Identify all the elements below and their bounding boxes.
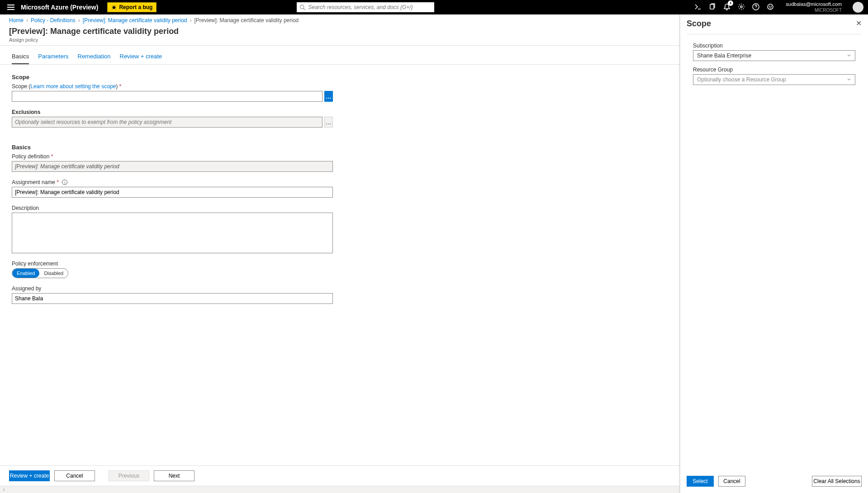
directories-icon[interactable] <box>709 3 716 12</box>
tab-review-create[interactable]: Review + create <box>120 50 162 64</box>
exclusions-input <box>12 117 323 128</box>
assigned-by-input[interactable] <box>12 293 333 304</box>
help-icon[interactable] <box>752 3 759 12</box>
page-subtitle: Assign policy <box>9 37 670 43</box>
search-input[interactable] <box>308 4 432 10</box>
notification-badge: 1 <box>728 0 733 6</box>
policy-definition-label: Policy definition * <box>12 153 668 160</box>
breadcrumb: Home› Policy - Definitions› [Preview]: M… <box>0 14 679 27</box>
brand-label: Microsoft Azure (Preview) <box>21 4 98 11</box>
page-header: [Preview]: Manage certificate validity p… <box>0 27 679 46</box>
feedback-icon[interactable] <box>767 3 774 12</box>
svg-point-5 <box>768 4 773 9</box>
info-icon[interactable]: i <box>62 180 67 185</box>
toggle-disabled[interactable]: Disabled <box>39 269 68 278</box>
scope-side-panel: Scope ✕ Subscription Shane Bala Enterpri… <box>680 14 868 493</box>
breadcrumb-link[interactable]: Policy - Definitions <box>31 17 76 24</box>
breadcrumb-current: [Preview]: Manage certificate validity p… <box>194 17 299 24</box>
side-panel-title: Scope <box>687 19 711 28</box>
global-search[interactable] <box>297 2 434 12</box>
scope-input[interactable] <box>12 91 323 102</box>
svg-rect-2 <box>710 5 714 9</box>
chevron-down-icon <box>847 77 851 82</box>
subscription-value: Shane Bala Enterprise <box>697 52 751 59</box>
tenant-label: MICROSOFT <box>786 8 842 13</box>
svg-point-0 <box>113 6 115 9</box>
exclusions-label: Exclusions <box>12 109 668 115</box>
svg-point-3 <box>740 6 742 8</box>
breadcrumb-link[interactable]: Home <box>9 17 24 24</box>
user-email: sudbalas@microsoft.com <box>786 1 842 7</box>
scope-help-link[interactable]: Learn more about setting the scope <box>30 83 116 90</box>
description-textarea[interactable] <box>12 213 333 253</box>
basics-section-title: Basics <box>12 144 668 151</box>
page-title: [Preview]: Manage certificate validity p… <box>9 27 670 36</box>
assignment-name-label: Assignment name * i <box>12 179 668 185</box>
resource-group-placeholder: Optionally choose a Resource Group <box>697 76 786 83</box>
form-area: Scope Scope (Learn more about setting th… <box>0 65 679 465</box>
svg-point-1 <box>300 5 304 9</box>
tab-parameters[interactable]: Parameters <box>38 50 68 64</box>
tab-remediation[interactable]: Remediation <box>78 50 111 64</box>
side-cancel-button[interactable]: Cancel <box>718 476 745 487</box>
avatar[interactable] <box>853 2 863 13</box>
svg-point-6 <box>769 6 770 6</box>
resource-group-select[interactable]: Optionally choose a Resource Group <box>693 74 855 85</box>
assigned-by-label: Assigned by <box>12 285 668 292</box>
notifications-icon[interactable]: 1 <box>723 3 730 12</box>
account-block[interactable]: sudbalas@microsoft.com MICROSOFT <box>786 1 842 13</box>
side-panel-footer: Select Cancel Clear All Selections <box>680 469 868 493</box>
chevron-down-icon <box>847 53 851 58</box>
chevron-left-icon[interactable] <box>2 488 6 492</box>
horizontal-scroll[interactable] <box>0 486 679 493</box>
description-label: Description <box>12 205 668 211</box>
assignment-name-input[interactable] <box>12 187 333 198</box>
subscription-select[interactable]: Shane Bala Enterprise <box>693 50 855 61</box>
cancel-button[interactable]: Cancel <box>54 470 95 481</box>
enforcement-toggle[interactable]: Enabled Disabled <box>12 268 68 278</box>
previous-button: Previous <box>109 470 149 481</box>
resource-group-label: Resource Group <box>693 66 855 73</box>
exclusions-picker-button: … <box>324 117 333 128</box>
enforcement-label: Policy enforcement <box>12 261 668 267</box>
toggle-enabled[interactable]: Enabled <box>12 269 39 278</box>
clear-selections-button[interactable]: Clear All Selections <box>812 476 862 487</box>
review-create-button[interactable]: Review + create <box>9 470 50 481</box>
tab-bar: Basics Parameters Remediation Review + c… <box>0 46 679 65</box>
bug-icon <box>111 5 117 10</box>
svg-point-7 <box>771 6 772 6</box>
scope-label: Scope (Learn more about setting the scop… <box>12 83 668 90</box>
cloud-shell-icon[interactable] <box>694 3 702 12</box>
next-button[interactable]: Next <box>154 470 194 481</box>
report-bug-button[interactable]: Report a bug <box>107 2 157 12</box>
policy-definition-input <box>12 161 333 172</box>
subscription-label: Subscription <box>693 43 855 49</box>
select-button[interactable]: Select <box>687 476 714 487</box>
breadcrumb-link[interactable]: [Preview]: Manage certificate validity p… <box>83 17 187 24</box>
tab-basics[interactable]: Basics <box>12 50 29 64</box>
search-icon <box>299 4 305 10</box>
settings-icon[interactable] <box>738 3 745 12</box>
scope-picker-button[interactable]: … <box>324 91 333 102</box>
bottom-action-bar: Review + create Cancel Previous Next <box>0 465 679 486</box>
top-bar: Microsoft Azure (Preview) Report a bug 1… <box>0 0 868 14</box>
close-icon[interactable]: ✕ <box>856 19 862 28</box>
hamburger-icon[interactable] <box>5 5 13 10</box>
scope-section-title: Scope <box>12 74 668 81</box>
